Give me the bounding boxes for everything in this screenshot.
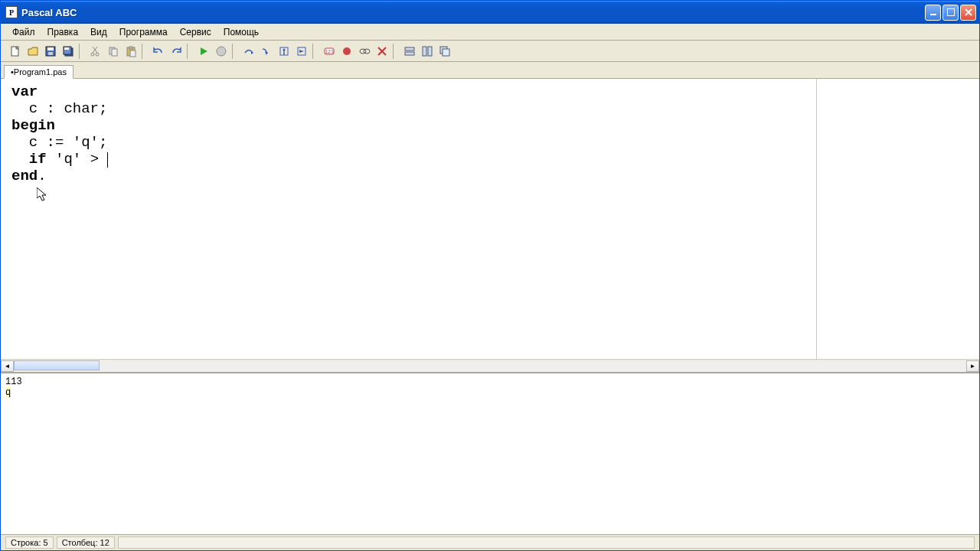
separator [79,44,85,59]
console-line: 113 [5,377,975,387]
step-into-icon[interactable] [258,43,275,60]
code-line: c : char; [11,100,107,117]
window-title: Pascal ABC [21,7,925,18]
keyword: var [11,83,38,100]
app-icon: P [5,6,18,18]
menubar: Файл Правка Вид Программа Сервис Помощь [1,24,979,41]
step-over-icon[interactable] [240,43,257,60]
svg-rect-8 [48,52,53,55]
console-line: q [5,387,11,398]
scroll-track[interactable] [14,360,966,372]
keyword: if [29,151,47,168]
status-rest [118,536,975,549]
svg-marker-21 [201,47,207,55]
paste-icon[interactable] [122,43,139,60]
scroll-thumb[interactable] [14,360,100,370]
clear-breakpoints-icon[interactable] [374,43,390,60]
app-window: P Pascal ABC Файл Правка Вид Программа С… [0,0,980,551]
menu-edit[interactable]: Правка [42,25,84,39]
stop-icon[interactable] [213,43,230,60]
keyword: end [11,168,38,184]
scroll-right-icon[interactable]: ► [966,360,979,372]
undo-icon[interactable] [150,43,167,60]
svg-rect-19 [129,47,132,49]
watch-icon[interactable] [356,43,373,60]
redo-icon[interactable] [168,43,185,60]
code-fragment [11,151,29,168]
run-to-cursor-icon[interactable] [293,43,310,60]
separator [232,44,238,59]
svg-marker-43 [37,187,46,201]
svg-text:123: 123 [325,49,334,54]
svg-rect-37 [405,47,414,51]
svg-rect-42 [443,49,449,56]
svg-rect-39 [423,47,426,56]
toggle-breakpoint-icon[interactable] [338,43,355,60]
menu-service[interactable]: Сервис [175,25,217,39]
side-panel [817,79,979,359]
output-console[interactable]: 113 q [1,372,979,534]
open-file-icon[interactable] [24,43,41,60]
horizontal-scrollbar[interactable]: ◄ ► [1,359,979,372]
code-line: c := 'q'; [11,134,107,151]
svg-point-22 [217,47,226,56]
toolbar: 123 [1,41,979,62]
code-fragment: 'q' > [47,151,108,168]
statusbar: Строка: 5 Столбец: 12 [1,534,979,550]
scroll-left-icon[interactable]: ◄ [1,360,14,372]
menu-help[interactable]: Помощь [218,25,264,39]
svg-marker-27 [283,48,286,51]
svg-marker-29 [299,50,304,53]
separator [187,44,193,59]
new-file-icon[interactable] [7,43,24,60]
svg-rect-11 [64,47,69,50]
svg-point-33 [360,49,366,54]
separator [393,44,399,59]
toggle-breakpoint-num-icon[interactable]: 123 [321,43,338,60]
svg-rect-0 [930,14,936,15]
menu-view[interactable]: Вид [85,25,113,39]
svg-rect-20 [130,51,136,57]
svg-rect-40 [428,47,432,56]
minimize-button[interactable] [925,5,941,21]
status-column: Столбец: 12 [57,536,115,549]
maximize-button[interactable] [942,5,959,21]
code-editor[interactable]: var c : char; begin c := 'q'; if 'q' > e… [1,79,817,359]
code-fragment: . [38,168,46,184]
step-out-icon[interactable] [276,43,292,60]
svg-point-32 [343,47,351,55]
svg-point-15 [96,53,99,56]
window-controls [925,5,976,21]
titlebar: P Pascal ABC [1,1,979,24]
cut-icon[interactable] [87,43,104,60]
svg-marker-24 [265,52,268,55]
save-file-icon[interactable] [42,43,59,60]
run-icon[interactable] [195,43,212,60]
separator [312,44,318,59]
tile-horizontal-icon[interactable] [401,43,418,60]
editor-area: var c : char; begin c := 'q'; if 'q' > e… [1,79,979,359]
text-caret [107,152,108,168]
svg-point-34 [364,49,370,54]
svg-point-14 [91,53,94,56]
copy-icon[interactable] [105,43,122,60]
svg-rect-38 [405,52,414,55]
tile-vertical-icon[interactable] [419,43,436,60]
status-line: Строка: 5 [5,536,54,549]
cascade-icon[interactable] [436,43,453,60]
menu-file[interactable]: Файл [7,25,41,39]
svg-rect-7 [47,47,54,51]
separator [142,44,148,59]
close-button[interactable] [960,5,976,21]
editor-tabs: •Program1.pas [1,62,979,79]
svg-rect-1 [947,8,955,16]
keyword: begin [11,117,55,134]
save-all-icon[interactable] [60,43,77,60]
svg-rect-17 [112,49,117,56]
menu-program[interactable]: Программа [114,25,173,39]
svg-marker-5 [28,47,38,55]
tab-program1[interactable]: •Program1.pas [4,65,74,79]
